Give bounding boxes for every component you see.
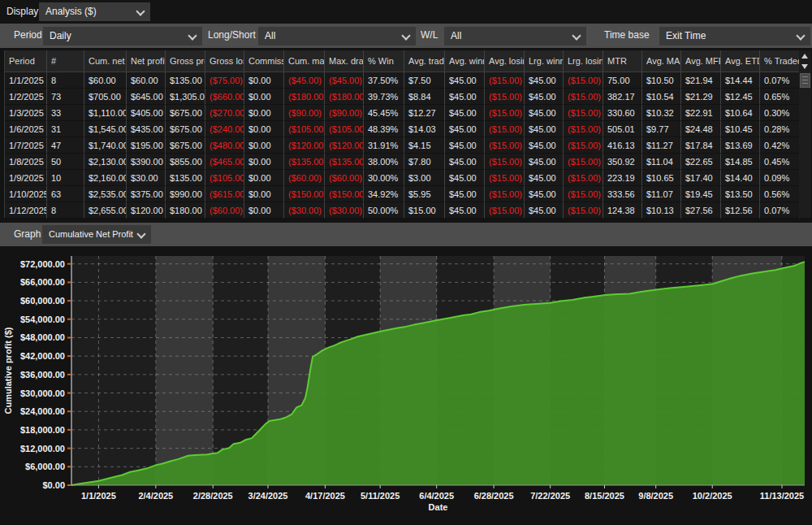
cell: ($180.00)	[325, 89, 364, 105]
cell: $12.45	[721, 89, 760, 105]
cell: $405.00	[127, 105, 166, 121]
cell: 10	[47, 170, 84, 186]
cell: 30.00%	[364, 170, 404, 186]
cell: ($45.00)	[284, 72, 325, 89]
cell: 48.39%	[364, 121, 404, 137]
cell: $705.00	[84, 89, 127, 105]
cell: $0.00	[244, 170, 284, 186]
column-header-14[interactable]: Lrg. losing trade	[564, 50, 603, 72]
cell: $195.00	[127, 137, 166, 154]
column-header-17[interactable]: Avg. MFE	[681, 50, 721, 72]
column-header-0[interactable]: Period	[5, 50, 47, 72]
scroll-up-button[interactable]	[799, 50, 811, 61]
column-header-18[interactable]: Avg. ETD	[721, 50, 760, 72]
cell: $2,655.00	[84, 202, 127, 219]
cell: $45.00	[445, 89, 485, 105]
cell: 39.73%	[364, 89, 404, 105]
cumulative-profit-chart: $0.00$6,000.00$12,000.00$18,000.00$24,00…	[0, 246, 812, 525]
cell: $675.00	[166, 137, 205, 154]
cell: ($270.00)	[205, 105, 244, 121]
scroll-down-button[interactable]	[799, 61, 811, 72]
cell: 1/12/2025	[5, 202, 47, 219]
cell: $645.00	[127, 89, 166, 105]
cell: 73	[47, 89, 84, 105]
cell: $4.15	[404, 137, 445, 154]
y-tick-label: $0.00	[42, 480, 65, 490]
column-header-15[interactable]: MTR	[603, 50, 642, 72]
column-header-1[interactable]: #	[47, 50, 84, 72]
cell: 34.92%	[364, 186, 404, 202]
cell: $60.00	[84, 72, 127, 89]
table-row[interactable]: 1/6/202531$1,545.00$435.00$675.00($240.0…	[5, 121, 811, 137]
cell: ($105.00)	[205, 170, 244, 186]
column-header-4[interactable]: Gross profit	[166, 50, 205, 72]
chevron-down-icon	[136, 7, 145, 15]
cell: ($90.00)	[325, 105, 364, 121]
table-row[interactable]: 1/8/202550$2,130.00$390.00$855.00($465.0…	[5, 154, 811, 170]
cell: 8	[47, 202, 84, 219]
graph-dropdown[interactable]: Cumulative Net Profit	[42, 225, 151, 244]
cell: ($15.00)	[485, 137, 525, 154]
cell: 350.92	[603, 154, 642, 170]
scrollbar-thumb[interactable]	[800, 73, 810, 88]
column-header-8[interactable]: Max. drawdown	[325, 50, 364, 72]
cell: 1/3/2025	[5, 105, 47, 121]
cell: 0.28%	[760, 121, 800, 137]
cell: $0.00	[244, 202, 284, 219]
cell: 382.17	[603, 89, 642, 105]
cell: $0.00	[244, 186, 284, 202]
column-header-19[interactable]: % Traded	[760, 50, 800, 72]
table-row[interactable]: 1/3/202533$1,110.00$405.00$675.00($270.0…	[5, 105, 811, 121]
cell: 1/6/2025	[5, 121, 47, 137]
display-dropdown[interactable]: Analysis ($)	[39, 2, 150, 21]
cell: ($60.00)	[325, 170, 364, 186]
y-tick-label: $18,000.00	[20, 425, 65, 435]
longshort-dropdown[interactable]: All	[258, 27, 416, 46]
cell: $9.77	[642, 121, 681, 137]
column-header-11[interactable]: Avg. winning trade	[445, 50, 485, 72]
cell: $10.50	[642, 72, 681, 89]
filter-toolbar: Period Daily Long/Short All W/L All Time…	[0, 24, 812, 48]
table-row[interactable]: 1/9/202510$2,160.00$30.00$135.00($105.00…	[5, 170, 811, 186]
cell: 33	[47, 105, 84, 121]
cell: 45.45%	[364, 105, 404, 121]
cell: $14.85	[721, 154, 760, 170]
column-header-3[interactable]: Net profit	[127, 50, 166, 72]
cell: $45.00	[445, 154, 485, 170]
cell: $0.00	[244, 105, 284, 121]
cell: ($15.00)	[485, 154, 525, 170]
table-row[interactable]: 1/7/202547$1,740.00$195.00$675.00($480.0…	[5, 137, 811, 154]
column-header-6[interactable]: Commission	[244, 50, 284, 72]
column-header-10[interactable]: Avg. trade	[404, 50, 445, 72]
table-row[interactable]: 1/1/20258$60.00$60.00$135.00($75.00)$0.0…	[5, 72, 811, 89]
wl-dropdown[interactable]: All	[444, 27, 586, 46]
cell: $1,545.00	[84, 121, 127, 137]
cell: ($240.00)	[205, 121, 244, 137]
column-header-2[interactable]: Cum. net profit	[84, 50, 127, 72]
table-row[interactable]: 1/2/202573$705.00$645.00$1,305.00($660.0…	[5, 89, 811, 105]
x-tick-label: 6/28/2025	[474, 491, 514, 501]
column-header-9[interactable]: % Win	[364, 50, 404, 72]
y-tick-label: $66,000.00	[20, 277, 65, 287]
display-toolbar: Display Analysis ($)	[0, 0, 812, 24]
cell: $5.95	[404, 186, 445, 202]
cell: $19.45	[681, 186, 721, 202]
column-header-5[interactable]: Gross loss	[205, 50, 244, 72]
cell: 0.42%	[760, 137, 800, 154]
cell: 0.07%	[760, 202, 800, 219]
column-header-12[interactable]: Avg. losing trade	[485, 50, 525, 72]
table-row[interactable]: 1/10/202563$2,535.00$375.00$990.00($615.…	[5, 186, 811, 202]
period-dropdown[interactable]: Daily	[43, 27, 202, 46]
column-header-16[interactable]: Avg. MAE	[642, 50, 681, 72]
cell: 50	[47, 154, 84, 170]
x-tick-label: 2/28/2025	[193, 491, 233, 501]
table-row[interactable]: 1/12/20258$2,655.00$120.00$180.00($60.00…	[5, 202, 811, 219]
column-header-7[interactable]: Cum. max. drawdown	[284, 50, 325, 72]
cell: $180.00	[166, 202, 205, 219]
cell: ($60.00)	[284, 170, 325, 186]
column-header-13[interactable]: Lrg. winning trade	[525, 50, 564, 72]
cell: 0.65%	[760, 89, 800, 105]
cell: ($15.00)	[564, 186, 603, 202]
cell: ($480.00)	[205, 137, 244, 154]
timebase-dropdown[interactable]: Exit Time	[659, 27, 810, 46]
